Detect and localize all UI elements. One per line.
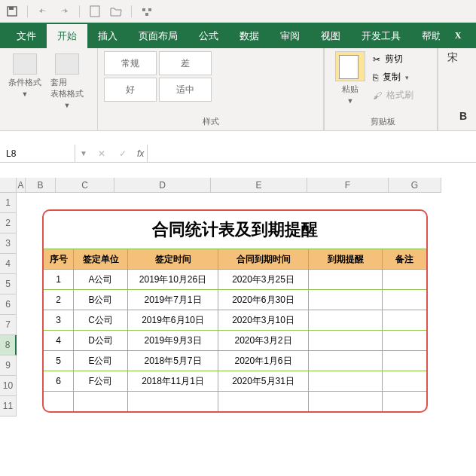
tab-view[interactable]: 视图 [310,24,351,48]
cell-expiry-date[interactable]: 2020年3月25日 [218,270,309,289]
header-note[interactable]: 备注 [383,249,426,269]
svg-rect-1 [9,7,14,10]
cell-unit[interactable]: B公司 [74,290,128,310]
cell-reminder[interactable] [309,310,383,330]
row-header-7[interactable]: 7 [0,315,17,335]
cell-expiry-date[interactable]: 2020年1月6日 [218,351,309,371]
cell-reminder[interactable] [309,290,383,310]
save-icon[interactable] [6,5,18,17]
bold-button[interactable]: B [459,110,467,122]
undo-icon[interactable] [37,5,49,17]
cell-expiry-date[interactable]: 2020年6月30日 [218,290,309,310]
style-neutral[interactable]: 适中 [159,78,212,102]
cell-seq[interactable]: 1 [44,270,74,289]
row-header-8[interactable]: 8 [0,335,17,355]
row-header-9[interactable]: 9 [0,355,17,376]
accept-formula-icon[interactable]: ✓ [116,147,130,160]
cell-reminder[interactable] [309,331,383,350]
style-bad[interactable]: 差 [159,51,212,75]
cell-seq[interactable]: 4 [44,331,74,350]
cell-sign-date[interactable]: 2018年11月1日 [128,371,218,391]
cell-note[interactable] [383,371,426,391]
cell-sign-date[interactable]: 2019年9月3日 [128,331,218,350]
row-header-3[interactable]: 3 [0,233,17,254]
cell-note[interactable] [383,351,426,371]
col-header-A[interactable]: A [17,178,26,193]
cut-button[interactable]: ✂ 剪切 [370,51,416,67]
cell-seq[interactable]: 5 [44,351,74,371]
name-box[interactable]: L8 [0,145,75,162]
row-header-2[interactable]: 2 [0,213,17,233]
table-header-row: 序号 签定单位 签定时间 合同到期时间 到期提醒 备注 [44,249,426,269]
cell-expiry-date[interactable]: 2020年5月31日 [218,371,309,391]
tab-insert[interactable]: 插入 [87,24,128,48]
col-header-B[interactable]: B [26,178,56,193]
cell-unit[interactable]: C公司 [74,310,128,330]
col-header-E[interactable]: E [211,178,307,193]
cell-sign-date[interactable]: 2019年7月1日 [128,290,218,310]
cell-note[interactable] [383,290,426,310]
font-family-label[interactable]: 宋 [447,51,458,65]
col-header-D[interactable]: D [114,178,211,193]
header-unit[interactable]: 签定单位 [74,249,128,269]
cell-reminder[interactable] [309,371,383,391]
header-seq[interactable]: 序号 [44,249,74,269]
cell-sign-date[interactable]: 2019年6月10日 [128,310,218,330]
cell-expiry-date[interactable]: 2020年3月2日 [218,331,309,350]
select-all-corner[interactable] [0,178,17,193]
cell-note[interactable] [383,331,426,350]
row-header-1[interactable]: 1 [0,193,17,213]
copy-button[interactable]: ⎘ 复制 ▾ [370,69,416,85]
table-format-icon [55,53,79,75]
paste-button[interactable]: 粘贴 ▼ [335,51,365,105]
excel-app-icon: X [440,23,476,48]
tab-data[interactable]: 数据 [229,24,270,48]
touch-mode-icon[interactable] [141,5,153,17]
cell-sign-date[interactable]: 2019年10月26日 [128,270,218,289]
cell-reminder[interactable] [309,351,383,371]
row-header-5[interactable]: 5 [0,274,17,294]
cell-unit[interactable]: A公司 [74,270,128,289]
cell-seq[interactable]: 3 [44,310,74,330]
new-icon[interactable] [89,5,101,17]
row-header-4[interactable]: 4 [0,254,17,274]
header-reminder[interactable]: 到期提醒 [309,249,383,269]
cell-expiry-date[interactable]: 2020年3月10日 [218,310,309,330]
conditional-format-button[interactable]: 条件格式 ▼ [6,51,44,111]
header-sign-date[interactable]: 签定时间 [128,249,218,269]
cell-note[interactable] [383,270,426,289]
fx-button[interactable]: fx [137,148,144,159]
tab-review[interactable]: 审阅 [270,24,310,48]
open-icon[interactable] [110,5,122,17]
brush-icon: 🖌 [373,90,382,101]
tab-page-layout[interactable]: 页面布局 [128,24,188,48]
cell-seq[interactable]: 2 [44,290,74,310]
formula-input[interactable] [148,148,476,159]
tab-formulas[interactable]: 公式 [188,24,229,48]
style-normal[interactable]: 常规 [104,51,157,75]
row-header-10[interactable]: 10 [0,376,17,396]
col-header-C[interactable]: C [56,178,114,193]
cell-seq[interactable]: 6 [44,371,74,391]
style-good[interactable]: 好 [104,78,157,102]
cancel-formula-icon[interactable]: ✕ [95,147,108,160]
tab-home[interactable]: 开始 [47,24,87,48]
tab-file[interactable]: 文件 [6,24,47,48]
table-empty-row[interactable] [44,391,426,411]
tab-developer[interactable]: 开发工具 [351,24,411,48]
table-title: 合同统计表及到期提醒 [44,211,426,249]
cell-note[interactable] [383,310,426,330]
cell-reminder[interactable] [309,270,383,289]
row-header-6[interactable]: 6 [0,294,17,315]
cell-sign-date[interactable]: 2018年5月7日 [128,351,218,371]
cell-unit[interactable]: D公司 [74,331,128,350]
col-header-G[interactable]: G [389,178,441,193]
row-header-11[interactable]: 11 [0,396,17,416]
table-format-button[interactable]: 套用 表格格式 ▼ [48,51,86,111]
cell-unit[interactable]: F公司 [74,371,128,391]
cell-unit[interactable]: E公司 [74,351,128,371]
col-header-F[interactable]: F [307,178,389,193]
format-painter-button[interactable]: 🖌 格式刷 [370,87,416,103]
redo-icon[interactable] [58,5,70,17]
header-expiry-date[interactable]: 合同到期时间 [218,249,309,269]
